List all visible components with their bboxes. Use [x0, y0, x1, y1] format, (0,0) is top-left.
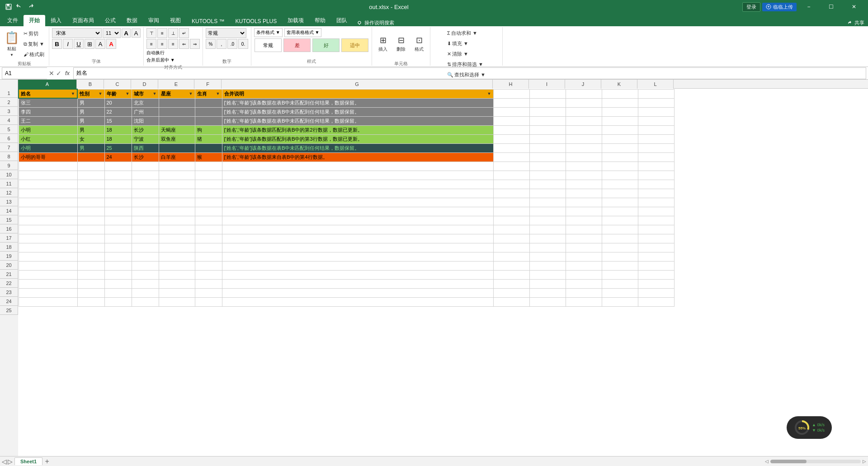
formula-input[interactable]: 姓名 — [73, 67, 866, 79]
col-header-b[interactable]: B — [77, 80, 104, 89]
cell-i2[interactable] — [529, 98, 566, 107]
cell-g7[interactable]: ['姓名','年龄']该条数据在表B中未匹配到任何结果，数据保留。 — [222, 143, 493, 152]
cell-b4[interactable]: 男 — [77, 116, 104, 125]
cell-i4[interactable] — [529, 116, 566, 125]
cell-i8[interactable] — [529, 152, 566, 162]
cell-e2[interactable] — [159, 98, 195, 107]
cell-j6[interactable] — [566, 134, 602, 143]
cell-e8[interactable]: 白羊座 — [159, 152, 195, 162]
cell-c4[interactable]: 15 — [104, 116, 132, 125]
cell-l6[interactable] — [638, 134, 674, 143]
login-button[interactable]: 登录 — [742, 2, 760, 12]
number-format-select[interactable]: 常规 — [206, 28, 246, 38]
cell-b3[interactable]: 男 — [77, 107, 104, 116]
increase-decimal-button[interactable]: .0 — [227, 39, 237, 49]
row-header-20[interactable]: 20 — [0, 261, 18, 270]
cell-b8[interactable] — [77, 152, 104, 162]
tab-home[interactable]: 开始 — [24, 15, 45, 26]
cell-i5[interactable] — [529, 125, 566, 134]
cell-j3[interactable] — [566, 107, 602, 116]
cell-f7[interactable] — [195, 143, 222, 152]
cut-button[interactable]: ✂ 剪切 — [22, 29, 46, 38]
cell-e3[interactable] — [159, 107, 195, 116]
delete-cells-button[interactable]: ⊟ 删除 — [393, 28, 409, 60]
cell-h2[interactable] — [493, 98, 529, 107]
cell-l3[interactable] — [638, 107, 674, 116]
redo-button[interactable] — [25, 2, 35, 12]
clear-button[interactable]: ✕ 清除 ▼ — [445, 49, 470, 59]
cell-d3[interactable]: 广州 — [132, 107, 159, 116]
insert-cells-button[interactable]: ⊞ 插入 — [375, 28, 391, 60]
name-box[interactable]: A1 — [2, 67, 47, 79]
col-header-h[interactable]: H — [493, 80, 529, 89]
cell-h1[interactable] — [493, 89, 529, 98]
cell-h8[interactable] — [493, 152, 529, 162]
col-header-e[interactable]: E — [158, 80, 194, 89]
cell-g4[interactable]: ['姓名','年龄']该条数据在表B中未匹配到任何结果，数据保留。 — [222, 116, 493, 125]
cell-h4[interactable] — [493, 116, 529, 125]
row-header-17[interactable]: 17 — [0, 233, 18, 243]
row-header-3[interactable]: 3 — [0, 107, 18, 116]
copy-button[interactable]: ⧉ 复制 ▼ — [22, 39, 46, 49]
cell-d6[interactable]: 宁波 — [132, 134, 159, 143]
comma-button[interactable]: , — [217, 39, 226, 49]
tab-kutools[interactable]: KUTOOLS ™ — [186, 16, 230, 26]
cell-k1[interactable] — [602, 89, 638, 98]
confirm-formula-icon[interactable]: ✓ — [56, 70, 61, 77]
tab-addins[interactable]: 加载项 — [282, 15, 309, 26]
decrease-decimal-button[interactable]: 0. — [238, 39, 248, 49]
cell-b2[interactable]: 男 — [77, 98, 104, 107]
cell-e4[interactable] — [159, 116, 195, 125]
sheet-tab-sheet1[interactable]: Sheet1 — [14, 457, 42, 465]
cell-k7[interactable] — [602, 143, 638, 152]
cell-f4[interactable] — [195, 116, 222, 125]
horizontal-scrollbar[interactable] — [770, 460, 861, 463]
row-header-18[interactable]: 18 — [0, 243, 18, 252]
cell-g5[interactable]: ['姓名','年龄']该条数据匹配到表B中的第2行数据，数据已更新。 — [222, 125, 493, 134]
cell-a4[interactable]: 王二 — [19, 116, 77, 125]
bold-button[interactable]: B — [52, 39, 62, 49]
font-family-select[interactable]: 宋体 — [52, 28, 102, 38]
sheet-nav-left[interactable]: ◁ — [2, 458, 7, 465]
row-header-5[interactable]: 5 — [0, 125, 18, 134]
cell-k8[interactable] — [602, 152, 638, 162]
cell-e1[interactable]: 星座▼ — [159, 89, 195, 98]
indent-decrease-button[interactable]: ⇐ — [179, 39, 189, 49]
close-button[interactable]: ✕ — [844, 0, 864, 14]
cell-h7[interactable] — [493, 143, 529, 152]
format-cells-button[interactable]: ⊡ 格式 — [411, 28, 427, 60]
cell-k2[interactable] — [602, 98, 638, 107]
scroll-left-button[interactable]: ◁ — [765, 459, 769, 464]
cell-j2[interactable] — [566, 98, 602, 107]
cell-k4[interactable] — [602, 116, 638, 125]
tab-data[interactable]: 数据 — [121, 15, 143, 26]
row-header-19[interactable]: 19 — [0, 252, 18, 261]
align-center-button[interactable]: ≡ — [157, 39, 167, 49]
cell-g8[interactable]: ['姓名','年龄']该条数据来自表B中的第4行数据。 — [222, 152, 493, 162]
style-bad[interactable]: 差 — [283, 38, 311, 52]
cell-a5[interactable]: 小明 — [19, 125, 77, 134]
cell-e7[interactable] — [159, 143, 195, 152]
row-header-21[interactable]: 21 — [0, 270, 18, 279]
cell-b5[interactable]: 男 — [77, 125, 104, 134]
cell-k6[interactable] — [602, 134, 638, 143]
style-neutral[interactable]: 适中 — [341, 38, 368, 52]
col-header-f[interactable]: F — [194, 80, 222, 89]
tab-review[interactable]: 审阅 — [143, 15, 165, 26]
cell-c1[interactable]: 年龄▼ — [104, 89, 132, 98]
cancel-formula-icon[interactable]: ✕ — [49, 70, 54, 77]
row-header-22[interactable]: 22 — [0, 279, 18, 288]
cell-d4[interactable]: 沈阳 — [132, 116, 159, 125]
cell-e6[interactable]: 双鱼座 — [159, 134, 195, 143]
cell-l8[interactable] — [638, 152, 674, 162]
scroll-right-button[interactable]: ▷ — [863, 459, 866, 464]
cell-d7[interactable]: 陕西 — [132, 143, 159, 152]
cell-h3[interactable] — [493, 107, 529, 116]
cell-f8[interactable]: 猴 — [195, 152, 222, 162]
add-sheet-button[interactable]: + — [42, 457, 52, 466]
row-header-13[interactable]: 13 — [0, 197, 18, 206]
tab-view[interactable]: 视图 — [165, 15, 186, 26]
row-header-8[interactable]: 8 — [0, 152, 18, 161]
font-color-button[interactable]: A — [106, 39, 116, 49]
style-normal[interactable]: 常规 — [255, 38, 282, 52]
